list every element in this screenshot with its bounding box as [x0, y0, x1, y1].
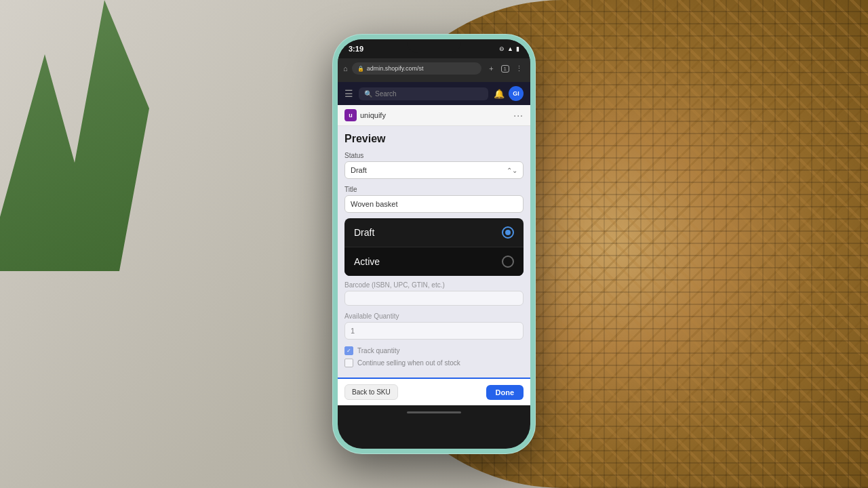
- dropdown-item-draft[interactable]: Draft: [344, 218, 524, 247]
- quantity-field-group: Available Quantity 1: [344, 312, 524, 340]
- barcode-field-group: Barcode (ISBN, UPC, GTIN, etc.): [344, 281, 524, 306]
- notification-icon: ⊖: [499, 45, 505, 52]
- phone-home-bar: [338, 405, 530, 419]
- lock-icon: 🔒: [357, 66, 364, 72]
- barcode-field-label: Barcode (ISBN, UPC, GTIN, etc.): [344, 281, 524, 289]
- status-icons: ⊖ ▲ ▮: [499, 45, 519, 52]
- phone-case: 3:19 ⊖ ▲ ▮ ⌂ 🔒 admin.shopify.com/st: [332, 34, 536, 454]
- search-icon: 🔍: [364, 90, 372, 98]
- title-field-label: Title: [344, 186, 524, 193]
- status-dropdown-overlay: Draft Active: [344, 218, 524, 276]
- scene: 3:19 ⊖ ▲ ▮ ⌂ 🔒 admin.shopify.com/st: [0, 0, 868, 488]
- new-tab-button[interactable]: +: [486, 62, 498, 75]
- dropdown-draft-label: Draft: [354, 227, 374, 238]
- track-quantity-checkbox[interactable]: ✓: [344, 346, 353, 355]
- wifi-icon: ▲: [507, 45, 513, 52]
- app-logo-letter: u: [349, 112, 353, 119]
- content-area: Preview Status Draft ⌃⌄ Title Woven ba: [338, 126, 530, 378]
- continue-selling-label: Continue selling when out of stock: [357, 359, 460, 367]
- status-dropdown-trigger[interactable]: Draft ⌃⌄: [344, 161, 524, 179]
- app-name-label: uniquify: [360, 111, 386, 119]
- title-value: Woven basket: [351, 200, 398, 208]
- home-bar-line: [407, 411, 461, 413]
- browser-menu-button[interactable]: ⋮: [513, 62, 525, 75]
- track-quantity-label: Track quantity: [357, 347, 399, 354]
- browser-tab-bar: ⌂ 🔒 admin.shopify.com/st + 1 ⋮: [343, 62, 525, 75]
- app-more-menu-button[interactable]: ···: [513, 110, 524, 121]
- barcode-field-input[interactable]: [344, 291, 524, 306]
- tab-count-badge[interactable]: 1: [501, 65, 509, 73]
- hamburger-icon[interactable]: ☰: [344, 88, 353, 99]
- status-current-value: Draft: [351, 166, 367, 174]
- dropdown-active-label: Active: [354, 256, 380, 267]
- continue-selling-row[interactable]: Continue selling when out of stock: [344, 359, 524, 367]
- background-plant: [0, 0, 149, 271]
- phone-wrapper: 3:19 ⊖ ▲ ▮ ⌂ 🔒 admin.shopify.com/st: [332, 34, 536, 454]
- browser-tab-actions: + 1 ⋮: [486, 62, 525, 75]
- browser-home-icon[interactable]: ⌂: [343, 64, 348, 73]
- radio-active-unselected: [502, 256, 514, 268]
- status-chevron-icon: ⌃⌄: [507, 167, 517, 174]
- status-bar: 3:19 ⊖ ▲ ▮: [338, 39, 530, 58]
- dropdown-item-active[interactable]: Active: [344, 247, 524, 276]
- app-logo-icon: u: [344, 109, 357, 121]
- back-to-sku-button[interactable]: Back to SKU: [344, 384, 398, 400]
- checkmark-icon: ✓: [347, 348, 351, 354]
- browser-chrome: ⌂ 🔒 admin.shopify.com/st + 1 ⋮: [338, 58, 530, 82]
- title-field-input[interactable]: Woven basket: [344, 195, 524, 213]
- battery-icon: ▮: [516, 45, 519, 52]
- notification-bell-icon[interactable]: 🔔: [494, 89, 505, 99]
- quantity-field-label: Available Quantity: [344, 312, 524, 320]
- radio-draft-selected: [502, 226, 514, 239]
- title-field-group: Title Woven basket: [344, 186, 524, 213]
- phone-body: 3:19 ⊖ ▲ ▮ ⌂ 🔒 admin.shopify.com/st: [338, 39, 530, 449]
- browser-url-bar[interactable]: 🔒 admin.shopify.com/st: [352, 62, 481, 75]
- status-notch: [407, 39, 461, 53]
- continue-selling-checkbox[interactable]: [344, 359, 353, 367]
- done-button[interactable]: Done: [486, 385, 524, 400]
- app-logo-area: u uniquify: [344, 109, 386, 121]
- page-title: Preview: [344, 133, 524, 145]
- status-time: 3:19: [349, 45, 363, 53]
- shopify-admin-header: ☰ 🔍 Search 🔔 GI: [338, 82, 530, 105]
- search-placeholder-text: Search: [375, 90, 397, 98]
- app-bar: u uniquify ···: [338, 105, 530, 126]
- avatar-initials: GI: [513, 90, 519, 97]
- below-dropdown-fields: Barcode (ISBN, UPC, GTIN, etc.) Availabl…: [344, 281, 524, 367]
- status-field-label: Status: [344, 152, 524, 159]
- user-avatar-button[interactable]: GI: [509, 86, 524, 101]
- quantity-value: 1: [351, 327, 355, 335]
- track-quantity-row[interactable]: ✓ Track quantity: [344, 346, 524, 355]
- quantity-field-input[interactable]: 1: [344, 322, 524, 340]
- search-bar[interactable]: 🔍 Search: [359, 87, 488, 100]
- browser-url-text: admin.shopify.com/st: [367, 65, 476, 72]
- status-field-group: Status Draft ⌃⌄: [344, 152, 524, 179]
- bottom-bar: Back to SKU Done: [338, 378, 530, 405]
- header-actions: 🔔 GI: [494, 86, 524, 101]
